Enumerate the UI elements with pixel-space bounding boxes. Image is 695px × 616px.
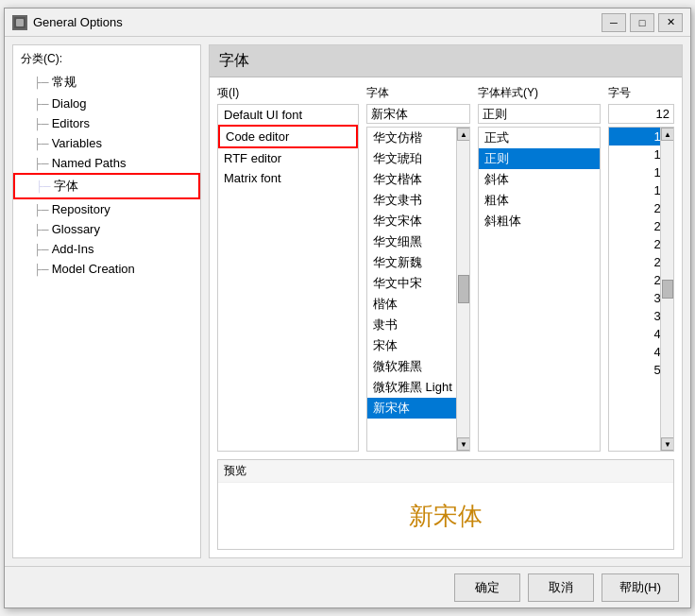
font-name-column: 字体 华文仿楷 华文琥珀 华文楷体 华文隶书 华文宋体 华文细黑 华文新魏 华文… <box>366 85 470 452</box>
sidebar-item-named-paths[interactable]: Named Paths <box>13 153 200 173</box>
font-item[interactable]: 微软雅黑 Light <box>367 377 469 398</box>
style-item-regular[interactable]: 正则 <box>479 148 600 169</box>
size-scroll-down[interactable]: ▼ <box>661 437 674 451</box>
font-item[interactable]: 华文琥珀 <box>367 148 469 169</box>
editor-column: 项(I) Default UI font Code editor RTF edi… <box>217 85 359 452</box>
font-item[interactable]: 华文隶书 <box>367 190 469 211</box>
style-item-bold[interactable]: 粗体 <box>479 190 600 211</box>
font-item[interactable]: 华文中宋 <box>367 273 469 294</box>
sidebar-item-dialog[interactable]: Dialog <box>13 94 200 113</box>
style-label: 字体样式(Y) <box>478 85 601 101</box>
font-section-header: 字体 <box>210 45 682 77</box>
font-selectors: 项(I) Default UI font Code editor RTF edi… <box>210 77 682 459</box>
font-list-scrollbar[interactable]: ▲ ▼ <box>456 128 469 451</box>
editor-list: Default UI font Code editor RTF editor M… <box>217 104 359 452</box>
font-item[interactable]: 华文细黑 <box>367 231 469 252</box>
font-item[interactable]: 华文仿楷 <box>367 128 469 148</box>
size-scroll-up[interactable]: ▲ <box>661 128 674 141</box>
size-label: 字号 <box>608 85 674 101</box>
font-item[interactable]: 隶书 <box>367 315 469 335</box>
font-label: 字体 <box>366 85 470 101</box>
preview-content: 新宋体 <box>218 483 673 549</box>
font-size-column: 字号 12 14 16 18 20 22 24 26 28 32 <box>608 85 674 452</box>
font-size-input[interactable] <box>608 104 674 124</box>
font-item[interactable]: 宋体 <box>367 335 469 356</box>
sidebar-item-variables[interactable]: Variables <box>13 133 200 153</box>
size-scroll-thumb[interactable] <box>662 280 673 299</box>
font-name-input[interactable] <box>366 104 470 124</box>
window-title: General Options <box>33 15 602 29</box>
style-item-bold-italic[interactable]: 斜粗体 <box>479 211 600 231</box>
editor-item-rtf-editor[interactable]: RTF editor <box>218 148 358 168</box>
sidebar-item-model-creation[interactable]: Model Creation <box>13 259 200 279</box>
editor-item-code-editor[interactable]: Code editor <box>218 125 358 148</box>
sidebar-item-glossary[interactable]: Glossary <box>13 219 200 239</box>
font-item[interactable]: 华文新魏 <box>367 252 469 273</box>
font-size-list: 12 14 16 18 20 22 24 26 28 32 36 40 <box>608 127 674 452</box>
scroll-down-arrow[interactable]: ▼ <box>457 437 470 451</box>
svg-rect-1 <box>16 19 24 26</box>
style-item-italic[interactable]: 斜体 <box>479 169 600 190</box>
font-item[interactable]: 华文宋体 <box>367 211 469 231</box>
scroll-up-arrow[interactable]: ▲ <box>457 128 470 141</box>
cancel-button[interactable]: 取消 <box>528 573 594 602</box>
style-item-regular-formal[interactable]: 正式 <box>479 128 600 148</box>
font-style-column: 字体样式(Y) 正式 正则 斜体 粗体 斜粗体 <box>478 85 601 452</box>
category-tree: 分类(C): 常规 Dialog Editors Variables Named… <box>12 44 201 558</box>
font-item[interactable]: 华文楷体 <box>367 169 469 190</box>
items-label: 项(I) <box>217 85 359 101</box>
help-button[interactable]: 帮助(H) <box>602 573 679 602</box>
maximize-button[interactable]: □ <box>630 13 654 32</box>
size-list-scrollbar[interactable]: ▲ ▼ <box>660 128 673 451</box>
main-window: General Options ─ □ ✕ 分类(C): 常规 Dialog E… <box>4 8 691 608</box>
sidebar-item-addins[interactable]: Add-Ins <box>13 239 200 259</box>
font-item[interactable]: 微软雅黑 <box>367 356 469 377</box>
editor-item-matrix-font[interactable]: Matrix font <box>218 168 358 188</box>
sidebar-item-font[interactable]: 字体 <box>13 173 200 199</box>
window-icon <box>12 15 27 30</box>
close-button[interactable]: ✕ <box>658 13 683 32</box>
font-item-selected[interactable]: 新宋体 <box>367 398 469 419</box>
scroll-thumb[interactable] <box>458 275 469 303</box>
sidebar-item-repository[interactable]: Repository <box>13 199 200 219</box>
category-label: 分类(C): <box>13 49 200 69</box>
font-style-list: 正式 正则 斜体 粗体 斜粗体 <box>478 127 601 452</box>
content-area: 分类(C): 常规 Dialog Editors Variables Named… <box>5 37 690 566</box>
sidebar-item-editors[interactable]: Editors <box>13 113 200 133</box>
font-name-list: 华文仿楷 华文琥珀 华文楷体 华文隶书 华文宋体 华文细黑 华文新魏 华文中宋 … <box>366 127 470 452</box>
editor-item-default-ui[interactable]: Default UI font <box>218 105 358 125</box>
ok-button[interactable]: 确定 <box>454 573 520 602</box>
font-section: 字体 项(I) Default UI font Code editor RTF … <box>209 44 683 558</box>
preview-section: 预览 新宋体 <box>217 459 674 550</box>
title-bar: General Options ─ □ ✕ <box>5 9 690 37</box>
font-style-input[interactable] <box>478 104 601 124</box>
bottom-bar: 确定 取消 帮助(H) <box>5 566 690 607</box>
preview-label: 预览 <box>218 460 673 483</box>
font-item[interactable]: 楷体 <box>367 294 469 315</box>
window-controls: ─ □ ✕ <box>602 13 683 32</box>
sidebar-item-general[interactable]: 常规 <box>13 71 200 94</box>
right-panel: 字体 项(I) Default UI font Code editor RTF … <box>209 44 683 558</box>
minimize-button[interactable]: ─ <box>602 13 626 32</box>
